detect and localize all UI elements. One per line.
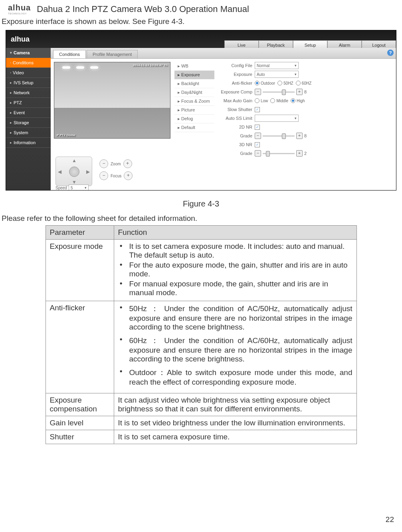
tab-conditions[interactable]: Conditions (53, 50, 86, 58)
screenshot-figure: alhua Live Playback Setup Alarm Logout ▾… (6, 30, 396, 191)
sidebar-video[interactable]: ›Video (6, 68, 51, 78)
sidebar-storage[interactable]: ▸Storage (6, 118, 51, 128)
param-maxgain-label: Max Auto Gain (214, 98, 255, 103)
chevron-right-icon: ▸ (10, 81, 12, 85)
chevron-right-icon: ▸ (10, 131, 12, 135)
logo-text: alhua (8, 3, 31, 12)
row-param-shutter: Shutter (46, 430, 114, 444)
arrow-up-icon[interactable]: ▲ (72, 158, 77, 163)
param-configfile-label: Config File (214, 63, 255, 68)
param-autoss-label: Auto SS Limit (214, 116, 255, 121)
sidebar-event[interactable]: ▸Event (6, 108, 51, 118)
zoom-label: Zoom (111, 162, 121, 166)
sidebar-ptz[interactable]: ▸PTZ (6, 98, 51, 108)
chevron-right-icon: ▸ (10, 101, 12, 105)
autoss-select[interactable] (255, 115, 299, 122)
help-icon[interactable]: ? (387, 50, 394, 56)
ptz-direction-pad[interactable]: ▲ ▼ ◀ ▶ (55, 157, 92, 186)
sidebar-system[interactable]: ▸System (6, 128, 51, 138)
chevron-right-icon: › (10, 71, 11, 75)
param-exposure-label: Exposure (214, 72, 255, 77)
plus-icon[interactable]: + (296, 133, 303, 139)
nr2d-checkbox[interactable]: ✓ (255, 125, 260, 130)
sidebar-network[interactable]: ▸Network (6, 88, 51, 98)
ptz-center-button[interactable] (69, 167, 79, 177)
submenu-backlight[interactable]: ▸ Backlight (174, 79, 214, 88)
configfile-select[interactable]: Normal (255, 62, 299, 69)
tab-profile-management[interactable]: Profile Management (87, 50, 138, 58)
row-func-exposure-mode: It is to set camera exposure mode. It in… (114, 240, 356, 301)
sidebar-conditions[interactable]: ›Conditions (6, 58, 51, 68)
zoom-in-button[interactable]: + (123, 159, 132, 168)
focus-label: Focus (111, 174, 121, 178)
submenu-default[interactable]: ▸ Default (174, 123, 214, 132)
param-grade1-label: Grade (214, 133, 255, 138)
maxgain-low[interactable]: Low (255, 98, 268, 103)
sidebar-ivs[interactable]: ▸IVS Setup (6, 78, 51, 88)
row-func-shutter: It is to set camera exposure time. (114, 430, 356, 444)
parameter-table: ParameterFunction Exposure mode It is to… (46, 225, 357, 444)
minus-icon[interactable]: − (255, 89, 261, 95)
submenu-defog[interactable]: ▸ Defog (174, 115, 214, 123)
sidebar-header: ▾Camera (6, 48, 51, 58)
intro-text: Exposure interface is shown as below. Se… (0, 17, 402, 26)
param-2dnr-label: 2D NR (214, 125, 255, 129)
row-param-exposure-mode: Exposure mode (46, 240, 114, 301)
submenu-exposure[interactable]: ▸ Exposure (174, 71, 214, 79)
brand-logo: alhua TECHNOLOGY (8, 3, 31, 15)
row-param-expcomp: Exposure compensation (46, 393, 114, 416)
speed-select[interactable]: 5 (69, 185, 89, 191)
nr3d-checkbox[interactable]: ✓ (255, 142, 260, 147)
submenu-picture[interactable]: ▸ Picture (174, 106, 214, 115)
submenu-daynight[interactable]: ▸ Day&Night (174, 88, 214, 97)
row-func-antiflicker: 50Hz ： Under the condition of AC/50Hz, a… (114, 301, 356, 393)
logo-subtext: TECHNOLOGY (8, 12, 31, 15)
exposure-select[interactable]: Auto (255, 71, 299, 78)
chevron-right-icon: ▸ (10, 141, 12, 145)
table-lead-text: Please refer to the following sheet for … (0, 214, 402, 223)
chevron-right-icon: ▸ (10, 121, 12, 125)
table-header-function: Function (114, 226, 356, 240)
row-param-gain: Gain level (46, 416, 114, 430)
focus-out-button[interactable]: − (99, 171, 108, 180)
document-title: Dahua 2 Inch PTZ Camera Web 3.0 Operatio… (37, 4, 249, 14)
grade1-slider[interactable]: −+8 (255, 133, 307, 139)
plus-icon[interactable]: + (296, 150, 303, 157)
row-param-antiflicker: Anti-flicker (46, 301, 114, 393)
slowshutter-checkbox[interactable]: ✓ (255, 107, 260, 112)
arrow-left-icon[interactable]: ◀ (58, 169, 61, 175)
submenu-focuszoom[interactable]: ▸ Focus & Zoom (174, 97, 214, 106)
sidebar-information[interactable]: ▸Information (6, 138, 51, 148)
antiflicker-60hz[interactable]: 60HZ (296, 81, 311, 85)
plus-icon[interactable]: + (296, 89, 303, 95)
chevron-right-icon: › (10, 61, 11, 65)
figure-caption: Figure 4-3 (0, 199, 402, 208)
arrow-right-icon[interactable]: ▶ (86, 169, 90, 175)
param-grade2-label: Grade (214, 151, 255, 156)
param-antiflicker-label: Anti-flicker (214, 81, 255, 85)
minus-icon[interactable]: − (255, 150, 261, 157)
page-number: 22 (386, 515, 394, 524)
arrow-down-icon[interactable]: ▼ (72, 179, 77, 185)
row-func-gain: It is to set video brightness under the … (114, 416, 356, 430)
chevron-right-icon: ▸ (10, 91, 12, 95)
video-preview: 2014-11-13 10:03:47 Th P PTZ Dome (54, 62, 170, 139)
expcomp-slider[interactable]: −+8 (255, 89, 307, 95)
app-logo: alhua (11, 35, 30, 44)
minus-icon[interactable]: − (255, 133, 261, 139)
maxgain-high[interactable]: High (291, 98, 305, 103)
antiflicker-outdoor[interactable]: Outdoor (255, 81, 275, 85)
focus-in-button[interactable]: + (124, 171, 133, 180)
param-3dnr-label: 3D NR (214, 142, 255, 147)
grade2-slider[interactable]: −+2 (255, 150, 307, 157)
chevron-right-icon: ▸ (10, 111, 12, 115)
chevron-down-icon: ▾ (10, 51, 12, 55)
zoom-out-button[interactable]: − (99, 159, 108, 168)
submenu-wb[interactable]: ▸ WB (174, 62, 214, 71)
param-slowshutter-label: Slow Shutter (214, 107, 255, 112)
row-func-expcomp: It can adjust video whole brightness via… (114, 393, 356, 416)
param-expcomp-label: Exposure Comp (214, 89, 255, 94)
maxgain-middle[interactable]: Middle (270, 98, 288, 103)
antiflicker-50hz[interactable]: 50HZ (277, 81, 293, 85)
preview-label: P PTZ Dome (57, 133, 75, 137)
